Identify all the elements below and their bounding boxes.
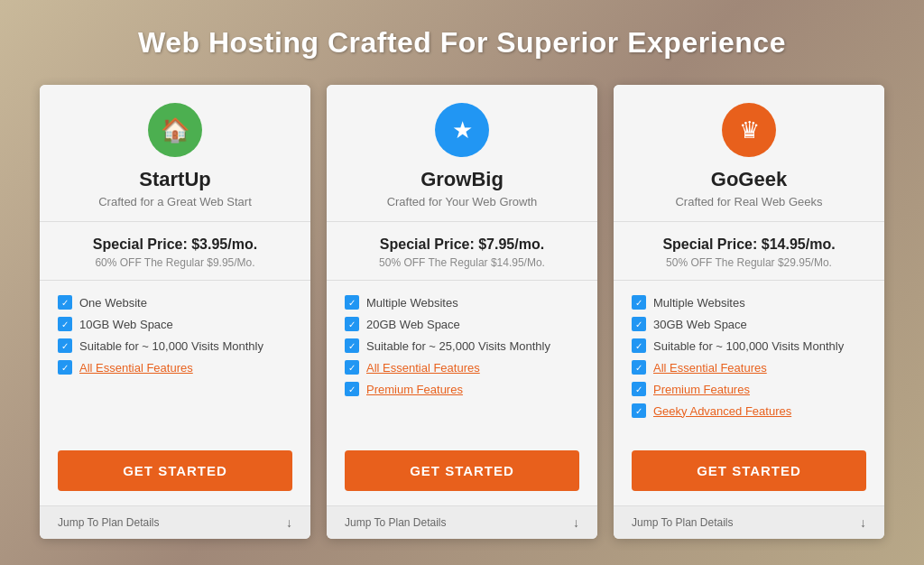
feature-checkbox-icon: ✓ [345, 382, 359, 396]
feature-item: ✓Geeky Advanced Features [632, 403, 866, 418]
down-arrow-icon-growbig: ↓ [573, 515, 579, 530]
feature-checkbox-icon: ✓ [58, 360, 72, 375]
down-arrow-icon-gogeek: ↓ [860, 515, 866, 530]
feature-text-gogeek-1: 30GB Web Space [653, 318, 747, 331]
feature-item: ✓All Essential Features [632, 360, 866, 375]
plan-features-growbig: ✓Multiple Websites✓20GB Web Space✓Suitab… [327, 281, 597, 440]
feature-text-gogeek-4[interactable]: Premium Features [653, 383, 750, 396]
plan-icon-startup: 🏠 [148, 103, 202, 157]
feature-item: ✓One Website [58, 295, 292, 310]
feature-checkbox-icon: ✓ [632, 295, 646, 310]
plan-pricing-growbig: Special Price: $7.95/mo.50% OFF The Regu… [327, 222, 597, 281]
feature-checkbox-icon: ✓ [632, 360, 646, 375]
feature-item: ✓30GB Web Space [632, 317, 866, 331]
feature-item: ✓Premium Features [345, 382, 579, 396]
page-title: Web Hosting Crafted For Superior Experie… [138, 26, 786, 60]
feature-text-growbig-0: Multiple Websites [366, 296, 458, 310]
feature-item: ✓Suitable for ~ 10,000 Visits Monthly [58, 338, 292, 353]
jump-to-plan-startup: Jump To Plan Details [58, 516, 160, 529]
plan-name-gogeek: GoGeek [632, 168, 866, 191]
feature-text-gogeek-2: Suitable for ~ 100,000 Visits Monthly [653, 339, 844, 353]
feature-text-growbig-3[interactable]: All Essential Features [366, 361, 480, 375]
feature-checkbox-icon: ✓ [58, 295, 72, 310]
feature-text-startup-1: 10GB Web Space [79, 318, 173, 331]
feature-item: ✓Multiple Websites [632, 295, 866, 310]
feature-text-gogeek-5[interactable]: Geeky Advanced Features [653, 404, 791, 418]
pricing-cards: 🏠StartUpCrafted for a Great Web StartSpe… [20, 85, 904, 539]
plan-header-startup: 🏠StartUpCrafted for a Great Web Start [40, 85, 310, 222]
feature-item: ✓All Essential Features [58, 360, 292, 375]
down-arrow-icon-startup: ↓ [286, 515, 292, 530]
feature-checkbox-icon: ✓ [632, 403, 646, 418]
plan-pricing-gogeek: Special Price: $14.95/mo.50% OFF The Reg… [614, 222, 884, 281]
plan-footer-gogeek[interactable]: Jump To Plan Details↓ [614, 505, 884, 539]
plan-features-gogeek: ✓Multiple Websites✓30GB Web Space✓Suitab… [614, 281, 884, 440]
get-started-button-startup[interactable]: GET STARTED [58, 450, 292, 491]
plan-special-price-growbig: Special Price: $7.95/mo. [345, 236, 579, 253]
feature-item: ✓All Essential Features [345, 360, 579, 375]
get-started-button-gogeek[interactable]: GET STARTED [632, 450, 866, 491]
plan-cta-section-growbig: GET STARTED [327, 440, 597, 505]
plan-cta-section-startup: GET STARTED [40, 440, 310, 505]
plan-header-growbig: ★GrowBigCrafted for Your Web Growth [327, 85, 597, 222]
plan-card-growbig: ★GrowBigCrafted for Your Web GrowthSpeci… [327, 85, 597, 539]
plan-regular-price-gogeek: 50% OFF The Regular $29.95/Mo. [632, 256, 866, 269]
plan-pricing-startup: Special Price: $3.95/mo.60% OFF The Regu… [40, 222, 310, 281]
feature-checkbox-icon: ✓ [58, 317, 72, 331]
get-started-button-growbig[interactable]: GET STARTED [345, 450, 579, 491]
plan-card-gogeek: ♛GoGeekCrafted for Real Web GeeksSpecial… [614, 85, 884, 539]
feature-text-startup-2: Suitable for ~ 10,000 Visits Monthly [79, 339, 263, 353]
feature-checkbox-icon: ✓ [345, 295, 359, 310]
feature-text-startup-0: One Website [79, 296, 147, 310]
plan-cta-section-gogeek: GET STARTED [614, 440, 884, 505]
feature-item: ✓Suitable for ~ 100,000 Visits Monthly [632, 338, 866, 353]
feature-text-gogeek-3[interactable]: All Essential Features [653, 361, 767, 375]
feature-item: ✓Suitable for ~ 25,000 Visits Monthly [345, 338, 579, 353]
feature-item: ✓Premium Features [632, 382, 866, 396]
feature-checkbox-icon: ✓ [58, 338, 72, 353]
plan-icon-growbig: ★ [435, 103, 489, 157]
jump-to-plan-growbig: Jump To Plan Details [345, 516, 447, 529]
feature-text-gogeek-0: Multiple Websites [653, 296, 745, 310]
plan-header-gogeek: ♛GoGeekCrafted for Real Web Geeks [614, 85, 884, 222]
plan-features-startup: ✓One Website✓10GB Web Space✓Suitable for… [40, 281, 310, 440]
plan-tagline-growbig: Crafted for Your Web Growth [345, 195, 579, 208]
plan-special-price-gogeek: Special Price: $14.95/mo. [632, 236, 866, 253]
feature-text-growbig-1: 20GB Web Space [366, 318, 460, 331]
plan-footer-growbig[interactable]: Jump To Plan Details↓ [327, 505, 597, 539]
plan-special-price-startup: Special Price: $3.95/mo. [58, 236, 292, 253]
plan-name-growbig: GrowBig [345, 168, 579, 191]
feature-item: ✓Multiple Websites [345, 295, 579, 310]
feature-item: ✓10GB Web Space [58, 317, 292, 331]
feature-text-startup-3[interactable]: All Essential Features [79, 361, 193, 375]
feature-text-growbig-4[interactable]: Premium Features [366, 383, 463, 396]
plan-icon-gogeek: ♛ [722, 103, 776, 157]
feature-checkbox-icon: ✓ [632, 338, 646, 353]
plan-tagline-startup: Crafted for a Great Web Start [58, 195, 292, 208]
feature-checkbox-icon: ✓ [632, 382, 646, 396]
plan-regular-price-startup: 60% OFF The Regular $9.95/Mo. [58, 256, 292, 269]
feature-checkbox-icon: ✓ [345, 360, 359, 375]
feature-checkbox-icon: ✓ [345, 338, 359, 353]
plan-regular-price-growbig: 50% OFF The Regular $14.95/Mo. [345, 256, 579, 269]
plan-name-startup: StartUp [58, 168, 292, 191]
feature-checkbox-icon: ✓ [345, 317, 359, 331]
jump-to-plan-gogeek: Jump To Plan Details [632, 516, 734, 529]
feature-item: ✓20GB Web Space [345, 317, 579, 331]
plan-tagline-gogeek: Crafted for Real Web Geeks [632, 195, 866, 208]
plan-footer-startup[interactable]: Jump To Plan Details↓ [40, 505, 310, 539]
feature-checkbox-icon: ✓ [632, 317, 646, 331]
feature-text-growbig-2: Suitable for ~ 25,000 Visits Monthly [366, 339, 550, 353]
plan-card-startup: 🏠StartUpCrafted for a Great Web StartSpe… [40, 85, 310, 539]
